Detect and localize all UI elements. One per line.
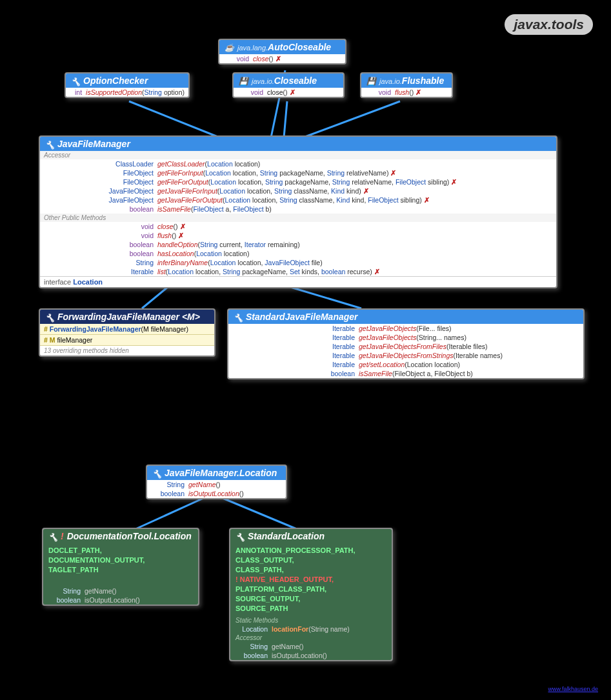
class-title: AutoCloseable [268,42,331,52]
box-autocloseable: java.lang.AutoCloseable void close () ✗ [218,39,346,65]
throws-icon: ✗ [290,88,295,97]
method-row: IterablegetJavaFileObjectsFromFiles(Iter… [228,342,583,351]
wrench-icon [71,76,80,85]
package-badge: javax.tools [505,14,593,35]
method-row: JavaFileObjectgetJavaFileForInput(Locati… [40,186,556,195]
enum-values: DOCLET_PATH, DOCUMENTATION_OUTPUT, TAGLE… [43,543,198,577]
class-title: JavaFileManager.Location [165,468,277,478]
box-header: OptionChecker [66,74,188,88]
class-title: DocumentationTool.Location [67,531,192,541]
method-row: StringgetName() [230,642,392,651]
method-row: IterablegetJavaFileObjects(String... nam… [228,333,583,342]
pkg-prefix: java.io. [379,77,402,85]
box-optionchecker: OptionChecker int isSupportedOption (Str… [65,72,190,98]
method-row: booleanhandleOption(String current, Iter… [40,240,556,249]
method-row: booleanisOutputLocation() [230,651,392,660]
return-type: Location [235,625,272,634]
new-mark: ! [61,531,64,541]
box-standard-location: StandardLocation ANNOTATION_PROCESSOR_PA… [229,528,393,661]
return-type: void [223,54,253,63]
method-row: voidflush()✗ [40,231,556,240]
class-title: StandardLocation [248,531,325,541]
method-row: void flush () ✗ [361,88,452,97]
method-row: Location locationFor (String name) [230,625,392,634]
method-name: close [253,54,269,63]
ctor-params: (M fileManager) [141,325,189,333]
box-header: JavaFileManager [40,137,556,151]
method-row: voidclose()✗ [40,222,556,231]
method-row: IterablegetJavaFileObjectsFromStrings(It… [228,351,583,360]
svg-line-3 [303,101,400,137]
box-doc-location: ! DocumentationTool.Location DOCLET_PATH… [42,528,199,606]
svg-line-7 [219,497,297,529]
return-type: void [365,88,395,97]
method-row: ClassLoadergetClassLoader(Location locat… [40,159,556,168]
wrench-icon [45,312,54,321]
section-label: Other Public Methods [40,214,556,222]
method-row: FileObjectgetFileForInput(Location locat… [40,168,556,177]
svg-line-2 [284,101,287,137]
disk-icon [366,75,376,86]
enum-values: ANNOTATION_PROCESSOR_PATH, CLASS_OUTPUT,… [230,543,392,616]
class-title: OptionChecker [83,75,148,86]
ctor-name: ForwardingJavaFileManager [50,325,141,333]
method-row: Iterableget/setLocation(Location locatio… [228,360,583,369]
throws-icon: ✗ [275,54,281,63]
method-params: () [269,54,274,63]
box-flushable: java.io.Flushable void flush () ✗ [360,72,453,98]
wrench-icon [152,468,161,477]
hidden-note: 13 overriding methods hidden [40,346,214,355]
svg-line-5 [290,287,361,308]
class-title: Flushable [402,75,444,86]
box-header: java.io.Flushable [361,74,452,88]
method-row: int isSupportedOption (String option) [66,88,188,97]
wrench-icon [48,532,57,541]
disk-icon [239,75,248,86]
cup-icon [225,42,234,52]
method-row: booleanisSameFile(FileObject a, FileObje… [40,205,556,214]
method-row: JavaFileObjectgetJavaFileForOutput(Locat… [40,195,556,205]
method-row: StringgetName() [147,480,286,489]
class-title: StandardJavaFileManager [246,312,358,322]
method-row: IterablegetJavaFileObjects(File... files… [228,324,583,333]
throws-icon: ✗ [416,88,421,97]
box-header: ForwardingJavaFileManager <M> [40,310,214,324]
method-row: booleanhasLocation(Location location) [40,249,556,258]
box-standard-jfm: StandardJavaFileManager IterablegetJavaF… [227,308,585,379]
field-row: # M fileManager [40,335,214,346]
box-header: java.lang.AutoCloseable [219,40,345,54]
pkg-prefix: java.lang. [237,44,268,52]
wrench-icon [234,312,243,321]
field-name: fileManager [57,336,92,344]
svg-line-4 [142,287,168,308]
wrench-icon [235,532,245,541]
method-row: FileObjectgetFileForOutput(Location loca… [40,177,556,186]
box-header: StandardLocation [230,529,392,543]
inner-name: Location [73,278,103,286]
class-title: ForwardingJavaFileManager <M> [57,312,200,322]
section-label: Accessor [40,151,556,159]
method-name: flush [395,88,409,97]
method-name: close [267,88,283,97]
box-closeable: java.io.Closeable void close () ✗ [232,72,345,98]
pkg-prefix: java.io. [252,77,274,85]
method-row: booleanisSameFile(FileObject a, FileObje… [228,369,583,378]
box-header: ! DocumentationTool.Location [43,529,198,543]
param-type: String [145,88,162,96]
box-jfm-location: JavaFileManager.Location StringgetName()… [146,465,287,499]
return-type: int [70,88,86,97]
section-label: Accessor [230,634,392,642]
method-row: void close () ✗ [234,88,343,97]
box-header: java.io.Closeable [234,74,343,88]
box-forwarding: ForwardingJavaFileManager <M> # Forwardi… [39,308,215,357]
constructor-row: # ForwardingJavaFileManager(M fileManage… [40,324,214,335]
p: option) [162,88,185,96]
visibility: # M [44,336,57,344]
box-header: StandardJavaFileManager [228,310,583,324]
box-javafilemanager: JavaFileManager Accessor ClassLoadergetC… [39,135,557,288]
return-type: void [237,88,267,97]
footer-link[interactable]: www.falkhausen.de [548,686,598,692]
section-label: Static Methods [230,616,392,625]
method-params: (String name) [308,625,350,634]
method-row: void close () ✗ [219,54,345,63]
